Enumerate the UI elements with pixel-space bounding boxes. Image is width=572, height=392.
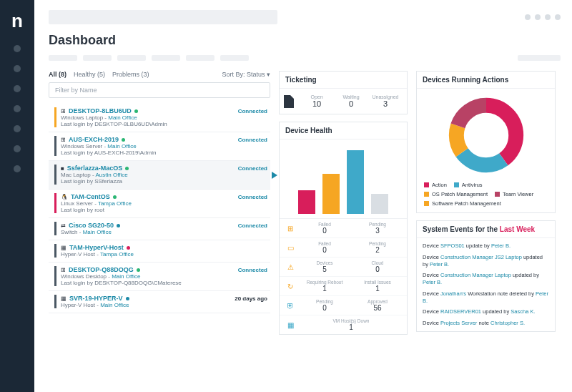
os-icon: ▦ xyxy=(61,295,66,302)
filter-healthy[interactable]: Healthy (5) xyxy=(74,71,105,78)
connection-status: Connected xyxy=(238,267,267,273)
device-location[interactable]: Main Office xyxy=(112,273,140,280)
device-list: ⊞ DESKTOP-8LBU6UD Windows Laptop - Main … xyxy=(49,104,270,313)
actions-legend: ActionAntivirusOS Patch ManagementTeam V… xyxy=(417,179,555,212)
status-dot xyxy=(134,109,138,113)
file-icon xyxy=(284,95,294,108)
legend-item: Action xyxy=(424,182,447,188)
device-name[interactable]: TAM-HyperV-Host xyxy=(69,244,124,251)
legend-item: Software Patch Management xyxy=(424,200,501,207)
health-row: ▦ VM Host(s) Down1 xyxy=(280,315,407,334)
sidebar: n xyxy=(0,0,34,392)
os-icon: ▦ xyxy=(61,245,66,251)
device-location[interactable]: Main Office xyxy=(107,143,136,150)
health-row: ⚠ Devices5 Cloud0 xyxy=(280,258,407,277)
device-name[interactable]: SVR-19-HYPER-V xyxy=(69,295,123,302)
connection-status: Connected xyxy=(238,108,267,114)
device-name[interactable]: TAM-CentOS xyxy=(71,193,110,200)
device-subtype: Hyper-V Host - Main Office xyxy=(61,302,235,308)
nav-item[interactable] xyxy=(14,165,21,172)
last-login: Last login by root xyxy=(61,207,238,213)
device-name[interactable]: DESKTOP-8LBU6UD xyxy=(69,107,132,114)
device-subtype: Windows Desktop - Main Office xyxy=(61,273,238,280)
nav-item[interactable] xyxy=(14,105,21,112)
connection-status: Connected xyxy=(238,194,267,200)
health-bar xyxy=(371,194,388,214)
page-title: Dashboard xyxy=(49,33,561,48)
status-dot xyxy=(113,195,117,199)
health-icon: ⛨ xyxy=(285,300,295,310)
device-location[interactable]: Tampa Office xyxy=(98,200,132,207)
os-icon: 🐧 xyxy=(61,194,68,200)
legend-item: Antivirus xyxy=(454,182,483,188)
event-item: Device Projects Server note Christopher … xyxy=(423,320,549,327)
health-icon: ⊞ xyxy=(285,223,295,233)
connection-status: Connected xyxy=(238,222,267,229)
device-subtype: Windows Laptop - Main Office xyxy=(61,114,238,121)
status-dot xyxy=(137,268,140,272)
filter-all[interactable]: All (8) xyxy=(49,71,66,78)
topbar-placeholder xyxy=(49,10,277,24)
event-item: Device Jonathan's Workstation note delet… xyxy=(423,290,549,305)
device-location[interactable]: Austin Office xyxy=(95,172,127,178)
device-name[interactable]: Ssferlazza-MacOS xyxy=(67,165,123,172)
actions-donut-chart xyxy=(417,89,555,179)
device-row[interactable]: ⊞ AUS-EXCH-2019 Windows Server - Main Of… xyxy=(49,132,270,161)
filter-problems[interactable]: Problems (3) xyxy=(112,71,149,78)
status-dot xyxy=(126,297,129,300)
event-item: Device SFPOS01 update by Peter B. xyxy=(423,242,549,250)
device-subtype: Hyper-V Host - Tampa Office xyxy=(61,251,267,258)
device-row[interactable]: ▦ TAM-HyperV-Host Hyper-V Host - Tampa O… xyxy=(49,240,270,263)
ticket-stat: Open10 xyxy=(300,94,334,108)
sort-dropdown[interactable]: Sort By: Status ▾ xyxy=(222,71,270,78)
os-icon: ⊞ xyxy=(61,108,66,114)
breadcrumb-placeholder xyxy=(49,55,561,61)
ticketing-card: Ticketing Open10Waiting0Unassigned3 xyxy=(279,71,408,114)
nav-item[interactable] xyxy=(14,45,21,52)
device-subtype: Linux Server - Tampa Office xyxy=(61,200,238,207)
device-name[interactable]: DESKTOP-Q88DOQG xyxy=(69,266,134,273)
nav-item[interactable] xyxy=(14,145,21,152)
device-row[interactable]: 🐧 TAM-CentOS Linux Server - Tampa Office… xyxy=(49,190,270,218)
os-icon: ⊞ xyxy=(61,137,66,143)
legend-item: Team Viewer xyxy=(495,191,533,197)
nav-item[interactable] xyxy=(14,125,21,132)
chevron-down-icon: ▾ xyxy=(267,71,270,78)
status-dot xyxy=(127,246,130,250)
last-login: Last login by DESKTOP-Q88DOQG\CMaterese xyxy=(61,280,238,286)
last-login: Last login by AUS-EXCH-2019\Admin xyxy=(61,150,238,156)
device-name[interactable]: Cisco SG20-50 xyxy=(69,222,114,229)
device-row[interactable]: ⊞ DESKTOP-Q88DOQG Windows Desktop - Main… xyxy=(49,263,270,291)
event-item: Device Construction Manager Laptop updat… xyxy=(423,272,549,286)
device-name[interactable]: AUS-EXCH-2019 xyxy=(69,136,119,143)
device-row[interactable]: ▦ SVR-19-HYPER-V Hyper-V Host - Main Off… xyxy=(49,291,270,313)
actions-title: Devices Running Actions xyxy=(417,72,555,89)
connection-status: Connected xyxy=(238,137,267,143)
events-card: System Events for the Last Week Device S… xyxy=(416,220,556,332)
device-row[interactable]: ⇄ Cisco SG20-50 Switch - Main Office Con… xyxy=(49,218,270,240)
device-health-card: Device Health ⊞ Failed0 Pending3▭ Failed… xyxy=(279,122,408,335)
search-input[interactable]: Filter by Name xyxy=(49,82,270,98)
event-item: Device RAIDSERVER01 updated by Sascha K. xyxy=(423,308,549,315)
health-icon: ▭ xyxy=(285,242,295,253)
device-location[interactable]: Main Office xyxy=(100,302,129,308)
play-icon xyxy=(272,172,277,179)
device-row[interactable]: ⊞ DESKTOP-8LBU6UD Windows Laptop - Main … xyxy=(49,104,270,132)
status-dot xyxy=(125,167,129,170)
health-row: ⛨ Pending0 Approved56 xyxy=(280,296,407,315)
device-filters: All (8) Healthy (5) Problems (3) Sort By… xyxy=(49,71,270,78)
device-location[interactable]: Main Office xyxy=(108,114,137,121)
device-location[interactable]: Main Office xyxy=(83,229,112,235)
health-bar xyxy=(298,190,315,214)
device-location[interactable]: Tampa Office xyxy=(100,251,134,258)
device-row[interactable]: ■ Ssferlazza-MacOS Mac Laptop - Austin O… xyxy=(49,161,270,190)
health-icon: ▦ xyxy=(285,320,295,330)
connection-status: Connected xyxy=(238,165,267,172)
health-bar xyxy=(347,150,364,214)
status-dot xyxy=(122,138,125,142)
device-subtype: Windows Server - Main Office xyxy=(61,143,238,150)
nav-item[interactable] xyxy=(14,85,21,92)
nav-item[interactable] xyxy=(14,65,21,72)
connection-status: 20 days ago xyxy=(235,295,267,302)
health-bar-chart xyxy=(280,139,407,218)
